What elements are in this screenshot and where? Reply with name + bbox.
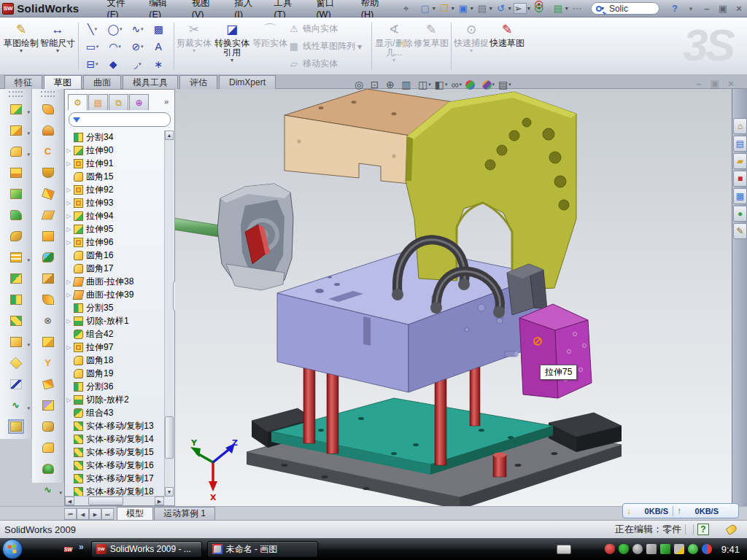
tree-item[interactable]: ▷ 拉伸90 bbox=[66, 144, 164, 157]
centerline-icon[interactable]: ▾ bbox=[0, 373, 31, 394]
volume-icon[interactable] bbox=[646, 544, 657, 555]
commandmanager-tab[interactable]: DimXpert bbox=[219, 75, 276, 89]
tree-item[interactable]: ▷ 实体-移动/复制16 bbox=[66, 459, 164, 472]
zoom-in-out-icon[interactable]: ⊕▾ bbox=[386, 79, 398, 90]
extend-surface-icon[interactable]: C▾ bbox=[32, 141, 63, 162]
insert-part-icon[interactable]: ▾ bbox=[0, 331, 31, 352]
im-status-icon[interactable] bbox=[702, 544, 713, 555]
quick-snaps-button[interactable]: ⊙ 快速捕捉 ▾ bbox=[454, 20, 489, 73]
solidworks-toolbox-icon[interactable]: ■ bbox=[733, 171, 747, 187]
tree-item[interactable]: ▷ 圆角18 bbox=[66, 354, 164, 367]
panel-expand-icon[interactable]: » bbox=[164, 97, 169, 106]
dropdown-arrow-icon[interactable]: ▾ bbox=[527, 5, 530, 12]
linear-pattern-icon[interactable]: ▾ bbox=[0, 246, 31, 268]
view-settings-icon[interactable]: ▤▾ bbox=[498, 79, 511, 90]
tree-item[interactable]: ▷ 曲面-拉伸39 bbox=[66, 288, 164, 301]
dropdown-arrow-icon[interactable]: ▾ bbox=[508, 5, 511, 12]
smart-dimension-button[interactable]: ↔ 智能尺寸 ▾ bbox=[39, 20, 76, 73]
surface-fillet-icon[interactable]: ▾ bbox=[32, 437, 63, 458]
scroll-down-icon[interactable]: ▼ bbox=[165, 487, 174, 497]
sketch-entity-button[interactable]: ◞▾ bbox=[126, 55, 149, 73]
extruded-cut-icon[interactable]: ▾ bbox=[0, 120, 31, 141]
solidworks-resources-icon[interactable]: ⌂ bbox=[733, 118, 747, 134]
sketch-entity-button[interactable]: ⊟▾ bbox=[81, 55, 104, 73]
dropdown-arrow-icon[interactable]: ▾ bbox=[433, 5, 436, 12]
dropdown-arrow-icon[interactable]: ▾ bbox=[452, 5, 454, 12]
options-icon[interactable]: ▤ bbox=[551, 2, 565, 15]
shell-icon[interactable]: ▾ bbox=[0, 183, 31, 204]
keyboard-layout-icon[interactable] bbox=[557, 545, 571, 554]
expand-arrow-icon[interactable]: ▷ bbox=[66, 147, 74, 154]
tree-item[interactable]: ▷ 曲面-拉伸38 bbox=[66, 275, 164, 288]
draft-icon[interactable]: ▾ bbox=[0, 204, 31, 225]
tree-item[interactable]: ▷ 分割36 bbox=[66, 380, 164, 393]
help-dropdown-icon[interactable]: ▾ bbox=[683, 5, 699, 12]
tree-item[interactable]: ▷ 切除-放样2 bbox=[66, 393, 164, 406]
flange-icon[interactable]: ▾ bbox=[32, 162, 63, 183]
open-folder-icon[interactable]: ❒ bbox=[437, 2, 452, 15]
quick-launch-expand-icon[interactable]: » bbox=[79, 542, 84, 552]
edit-appearance-icon[interactable]: ▾ bbox=[465, 80, 479, 90]
filled-surface-icon[interactable]: ▾ bbox=[32, 225, 63, 246]
print-icon[interactable]: ▤ bbox=[475, 2, 489, 15]
display-style-icon[interactable]: ◧▾ bbox=[435, 79, 448, 90]
mirror-entities-button[interactable]: ⚠镜向实体 bbox=[287, 20, 369, 38]
delete-face-icon[interactable]: ⊗▾ bbox=[32, 310, 63, 331]
dropdown-arrow-icon[interactable]: ▾ bbox=[471, 5, 473, 12]
pushpin-icon[interactable]: ⌖ bbox=[399, 2, 414, 15]
expand-arrow-icon[interactable]: ▷ bbox=[66, 200, 74, 206]
dropdown-arrow-icon[interactable]: ▾ bbox=[565, 5, 568, 12]
zoom-fit-icon[interactable]: ◎▾ bbox=[355, 79, 367, 90]
tree-item[interactable]: ▷ 拉伸92 bbox=[66, 183, 164, 196]
expand-arrow-icon[interactable]: ▷ bbox=[66, 344, 74, 351]
graphics-viewport[interactable]: X Y Z bbox=[175, 89, 732, 506]
move-copy-body-icon[interactable]: ▾ bbox=[0, 310, 31, 331]
search-input[interactable]: ▾ Solic bbox=[591, 2, 659, 15]
display-delete-relations-button[interactable]: ∢ 显示/删除几... ▾ bbox=[374, 20, 414, 73]
taskbar-button[interactable]: SW SolidWorks 2009 - ... bbox=[91, 541, 202, 558]
manager-tab[interactable]: ⚙ bbox=[68, 94, 88, 110]
tree-item[interactable]: ▷ 拉伸93 bbox=[66, 196, 164, 209]
sketch-entity-button[interactable]: ◯▾ bbox=[104, 20, 126, 38]
rapid-sketch-button[interactable]: ✎ 快速草图 bbox=[489, 20, 525, 73]
dropdown-arrow-icon[interactable]: ▾ bbox=[489, 5, 492, 12]
game-icon[interactable] bbox=[45, 543, 58, 556]
scroll-up-icon[interactable]: ▲ bbox=[165, 131, 174, 140]
commandmanager-tab[interactable]: 曲面 bbox=[83, 75, 121, 89]
apply-scene-icon[interactable]: ▾ bbox=[482, 80, 495, 90]
tree-item[interactable]: ▷ 分割35 bbox=[66, 301, 164, 314]
custom-properties-icon[interactable]: ✎ bbox=[733, 223, 747, 239]
new-document-icon[interactable]: ▢ bbox=[418, 2, 433, 15]
doc-minimize-button[interactable]: – bbox=[691, 78, 707, 89]
document-tab[interactable]: 模型 bbox=[117, 507, 153, 520]
expand-arrow-icon[interactable]: ▷ bbox=[66, 397, 74, 403]
file-explorer-icon[interactable]: ▰ bbox=[733, 153, 747, 169]
extend-arrows-icon[interactable]: ▾ bbox=[32, 373, 63, 394]
expand-arrow-icon[interactable]: ▷ bbox=[66, 226, 74, 233]
sketch-entity-button[interactable]: ◆▾ bbox=[104, 55, 126, 73]
design-library-icon[interactable]: ▤ bbox=[733, 136, 747, 152]
rebuild-traffic-light-icon[interactable]: ⦿ bbox=[532, 2, 546, 15]
messenger-icon[interactable] bbox=[28, 543, 41, 556]
linear-sketch-pattern-button[interactable]: ▦线性草图阵列▾ bbox=[287, 38, 369, 55]
tab-nav-button[interactable]: ⏮ bbox=[64, 508, 77, 520]
curve-icon[interactable]: ▾ bbox=[32, 289, 63, 310]
offset-entities-button[interactable]: ⌒ 等距实体 bbox=[252, 20, 287, 73]
sketch-entity-button[interactable]: ∗▾ bbox=[149, 55, 171, 73]
solidworks-launcher-icon[interactable]: SW bbox=[62, 543, 74, 556]
sketch-entity-button[interactable]: ⊘▾ bbox=[126, 38, 149, 55]
tree-filter-input[interactable] bbox=[69, 112, 171, 127]
manager-tab[interactable]: ⧉ bbox=[109, 94, 128, 110]
network-warning-icon[interactable] bbox=[674, 544, 685, 555]
tab-nav-button[interactable]: ▶ bbox=[89, 508, 101, 520]
fillet-icon[interactable]: ▾ bbox=[0, 141, 31, 162]
appearances-icon[interactable]: ● bbox=[733, 206, 747, 222]
model-yoke-bracket[interactable] bbox=[406, 92, 576, 290]
sketch-entity-button[interactable]: ▭▾ bbox=[81, 38, 104, 55]
trim-entities-button[interactable]: ✂ 剪裁实体 ▾ bbox=[177, 20, 212, 73]
overflow-icon[interactable]: ⋯ bbox=[570, 2, 584, 15]
wrap-icon[interactable]: ▾ bbox=[0, 225, 31, 246]
sketch-entity-button[interactable]: ▩▾ bbox=[149, 20, 171, 38]
expand-arrow-icon[interactable]: ▷ bbox=[66, 213, 74, 219]
tree-item[interactable]: ▷ 圆角17 bbox=[66, 262, 164, 275]
